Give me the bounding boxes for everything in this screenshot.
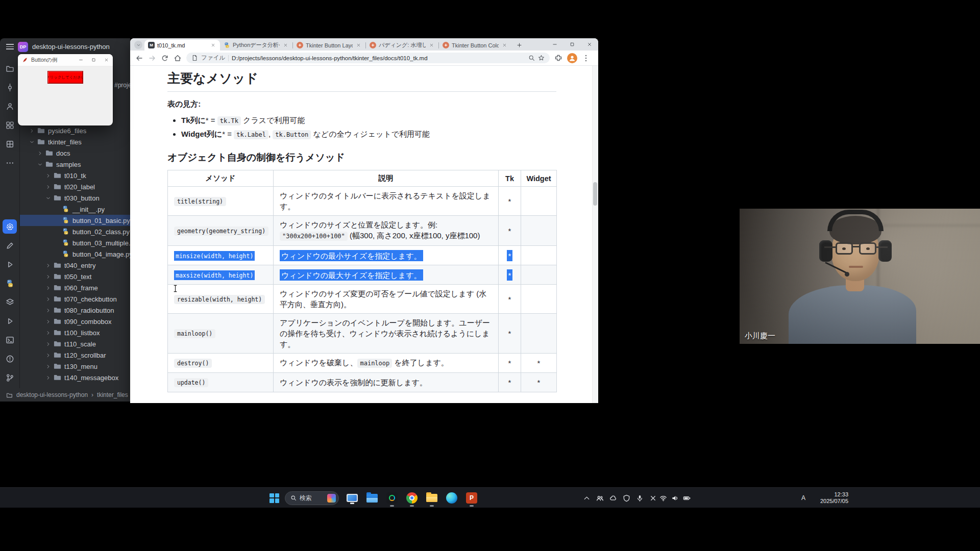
- browser-tab[interactable]: Tkinter Button Layout in Pytho...: [293, 40, 365, 51]
- taskbar-edge[interactable]: [444, 488, 459, 508]
- tree-expand-icon[interactable]: [45, 352, 53, 359]
- tree-expand-icon[interactable]: [45, 262, 53, 269]
- page-info-icon[interactable]: [191, 55, 198, 61]
- tree-collapse-icon[interactable]: [37, 161, 45, 168]
- tree-expand-icon[interactable]: [45, 296, 53, 303]
- tree-item[interactable]: samples: [20, 159, 130, 170]
- breadcrumb-folder[interactable]: tkinter_files: [97, 391, 128, 398]
- tab-search-button[interactable]: [134, 41, 142, 49]
- taskbar-powerpoint[interactable]: P: [464, 488, 479, 508]
- problems-tool-icon[interactable]: [3, 352, 17, 366]
- taskbar-search[interactable]: 検索: [285, 491, 339, 505]
- tree-expand-icon[interactable]: [45, 273, 53, 280]
- tree-item[interactable]: t080_radiobutton: [20, 305, 130, 316]
- settings-tool-icon[interactable]: [3, 219, 17, 234]
- tree-expand-icon[interactable]: [45, 307, 53, 314]
- taskbar-chrome[interactable]: [404, 488, 420, 508]
- tree-item[interactable]: t130_menu: [20, 361, 130, 372]
- tree-item[interactable]: t010_tk: [20, 170, 130, 181]
- tree-expand-icon[interactable]: [45, 184, 53, 190]
- python-packages-tool-icon[interactable]: [3, 276, 17, 290]
- tree-item[interactable]: t070_checkbutton: [20, 293, 130, 305]
- address-bar[interactable]: ファイル D:/projects/lessons/desktop-ui-less…: [186, 53, 550, 63]
- tree-item[interactable]: button_04_image.py: [20, 248, 130, 260]
- tray-hidden-icons-icon[interactable]: [583, 494, 591, 502]
- tree-expand-icon[interactable]: [45, 341, 53, 347]
- tree-expand-icon[interactable]: [45, 318, 53, 325]
- ide-titlebar[interactable]: DP desktop-ui-lessons-python: [0, 38, 130, 55]
- start-button[interactable]: [270, 493, 279, 503]
- tree-expand-icon[interactable]: [37, 150, 45, 157]
- wifi-icon[interactable]: [659, 494, 667, 502]
- tab-close-icon[interactable]: [501, 42, 508, 48]
- tk-close-button[interactable]: [100, 54, 113, 66]
- tree-item[interactable]: pyside6_files: [20, 125, 130, 136]
- taskbar-desktop-app[interactable]: [345, 488, 360, 508]
- scrollbar-track[interactable]: [592, 66, 598, 403]
- tree-item[interactable]: t090_combobox: [20, 316, 130, 327]
- extensions-icon[interactable]: [554, 54, 562, 62]
- tree-expand-icon[interactable]: [29, 128, 37, 134]
- close-button[interactable]: [581, 38, 598, 51]
- commit-tool-icon[interactable]: [3, 80, 17, 94]
- tree-expand-icon[interactable]: [45, 172, 53, 179]
- tab-close-icon[interactable]: [210, 42, 216, 48]
- taskbar-file-explorer[interactable]: [364, 488, 380, 508]
- forward-button[interactable]: [148, 54, 156, 62]
- clock[interactable]: 12:33 2025/07/05: [812, 491, 848, 505]
- tkinter-titlebar[interactable]: Buttonの例: [18, 54, 113, 66]
- tk-maximize-button[interactable]: [87, 54, 100, 66]
- notes-tool-icon[interactable]: [3, 238, 17, 253]
- battery-icon[interactable]: [683, 494, 691, 502]
- home-button[interactable]: [174, 54, 182, 62]
- tk-red-button[interactable]: クリックしてください: [47, 71, 83, 84]
- bookmark-star-icon[interactable]: [538, 55, 545, 61]
- tree-item[interactable]: t060_frame: [20, 282, 130, 293]
- ime-indicator[interactable]: A: [801, 494, 805, 502]
- terminal-tool-icon[interactable]: [3, 333, 17, 347]
- tree-collapse-icon[interactable]: [45, 195, 53, 202]
- tab-close-icon[interactable]: [355, 42, 362, 48]
- tree-item[interactable]: docs: [20, 147, 130, 159]
- main-menu-icon[interactable]: [6, 44, 14, 49]
- browser-menu-icon[interactable]: [582, 54, 590, 62]
- plugins-tool-icon[interactable]: [3, 118, 17, 132]
- version-control-tool-icon[interactable]: [3, 370, 17, 385]
- browser-tab[interactable]: Pythonデータ分析ゼミ「デスクトップ...: [220, 40, 292, 51]
- profile-avatar[interactable]: [567, 53, 577, 63]
- tree-item[interactable]: t120_scrollbar: [20, 349, 130, 361]
- tab-close-icon[interactable]: [282, 42, 289, 48]
- taskbar-folder-window[interactable]: [424, 488, 439, 508]
- tree-expand-icon[interactable]: [45, 374, 53, 381]
- taskbar-pycharm[interactable]: [384, 488, 400, 508]
- tray-security-icon[interactable]: [623, 494, 630, 502]
- run-tool-icon[interactable]: [3, 257, 17, 271]
- tk-minimize-button[interactable]: [75, 54, 87, 66]
- reload-button[interactable]: [161, 54, 169, 62]
- tree-item[interactable]: tkinter_files: [20, 136, 130, 147]
- browser-tab[interactable]: Mt010_tk.md: [144, 40, 220, 51]
- search-highlight-icon[interactable]: [327, 494, 336, 503]
- services-tool-icon[interactable]: [3, 295, 17, 309]
- bookmarks-tool-icon[interactable]: [3, 137, 17, 151]
- tray-teams-icon[interactable]: [596, 494, 604, 502]
- tree-expand-icon[interactable]: [45, 330, 53, 336]
- zoom-icon[interactable]: [528, 55, 535, 61]
- tree-item[interactable]: button_01_basic.py: [20, 215, 130, 226]
- tree-item[interactable]: __init__.py: [20, 204, 130, 215]
- scrollbar-thumb[interactable]: [593, 182, 597, 206]
- minimize-button[interactable]: [546, 38, 564, 51]
- tree-item[interactable]: t100_listbox: [20, 327, 130, 338]
- new-tab-button[interactable]: [513, 39, 525, 51]
- volume-icon[interactable]: [671, 494, 679, 502]
- tree-item[interactable]: button_02_class.py: [20, 226, 130, 237]
- tree-item[interactable]: t110_scale: [20, 338, 130, 349]
- tree-item[interactable]: t020_label: [20, 181, 130, 192]
- tree-item[interactable]: t030_button: [20, 192, 130, 204]
- more-tools-icon[interactable]: [3, 156, 17, 170]
- tree-item[interactable]: t050_text: [20, 271, 130, 282]
- browser-tab[interactable]: パディング: 水増しの語源 - Claude: [366, 40, 438, 51]
- tray-onedrive-icon[interactable]: [609, 494, 617, 502]
- execute-tool-icon[interactable]: [3, 314, 17, 328]
- tree-expand-icon[interactable]: [45, 285, 53, 291]
